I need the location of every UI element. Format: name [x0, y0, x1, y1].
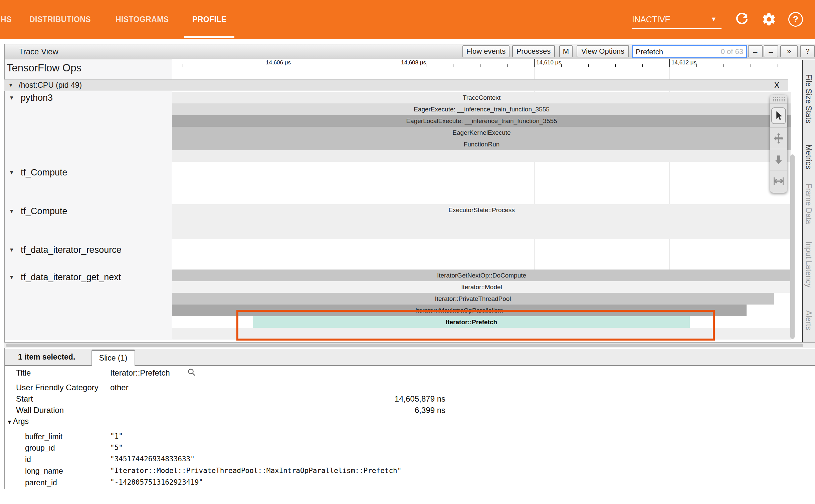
trace-bar[interactable]: Iterator::PrivateThreadPool — [172, 293, 774, 305]
ruler-minor-tick — [291, 64, 291, 67]
m-button[interactable]: M — [559, 45, 573, 57]
collapse-triangle-icon[interactable]: ▾ — [10, 167, 13, 178]
field-label: Wall Duration — [16, 406, 64, 415]
ruler-minor-tick — [345, 64, 345, 67]
timing-span-tool[interactable] — [770, 170, 787, 191]
trace-bar[interactable]: TraceContext — [172, 92, 791, 103]
ruler-major-tick — [264, 59, 264, 67]
sidebar-title: TensorFlow Ops — [7, 62, 81, 74]
trace-bar[interactable]: IteratorGetNextOp::DoCompute — [172, 270, 791, 281]
help-icon[interactable]: ? — [788, 12, 803, 27]
select-tool-icon — [773, 110, 784, 121]
find-next-button[interactable]: → — [764, 45, 778, 57]
zoom-vertical-tool[interactable] — [770, 149, 787, 170]
magnifier-icon[interactable] — [187, 368, 196, 377]
track-name: tf_data_iterator_get_next — [21, 272, 121, 283]
trace-bar[interactable]: EagerKernelExecute — [172, 127, 791, 138]
tab-slice[interactable]: Slice (1) — [91, 350, 135, 366]
args-section-header[interactable]: ▼Args — [7, 417, 29, 426]
side-tab-metrics[interactable]: Metrics — [804, 144, 813, 169]
expand-triangle-icon: ▼ — [7, 419, 12, 425]
ruler-minor-tick — [642, 64, 643, 67]
search-input[interactable] — [635, 47, 713, 57]
drag-dots-icon — [772, 97, 785, 102]
selection-highlight-box — [236, 310, 715, 341]
ruler-minor-tick — [318, 64, 318, 67]
tab-distributions[interactable]: DISTRIBUTIONS — [29, 0, 91, 39]
collapse-triangle-icon[interactable]: ▾ — [9, 80, 12, 91]
select-tool[interactable] — [770, 103, 787, 127]
dropdown-underline — [632, 28, 722, 29]
trace-bar[interactable]: Iterator::Model — [172, 281, 791, 293]
timing-span-tool-icon — [773, 175, 784, 187]
collapse-triangle-icon[interactable]: ▾ — [10, 272, 13, 283]
trace-bar[interactable]: FunctionRun — [172, 138, 791, 150]
zoom-vertical-tool-icon — [773, 154, 784, 165]
ruler-minor-tick — [372, 64, 372, 67]
arg-key-long_name: long_name — [25, 467, 63, 476]
app-toolbar: HSDISTRIBUTIONSHISTOGRAMSPROFILE INACTIV… — [0, 0, 815, 39]
tab-histograms[interactable]: HISTOGRAMS — [116, 0, 169, 39]
side-tab-alerts: Alerts — [804, 311, 813, 330]
field-value: other — [110, 383, 129, 392]
tab-hs[interactable]: HS — [1, 0, 12, 39]
find-box[interactable]: 0 of 63 — [632, 45, 747, 58]
close-icon[interactable]: X — [774, 80, 780, 91]
refresh-icon[interactable] — [735, 12, 749, 27]
sidebar-track-tf_Compute[interactable]: ▾tf_Compute — [0, 205, 167, 217]
more-tools-button[interactable]: » — [780, 45, 798, 57]
sidebar-track-python3[interactable]: ▾python3 — [0, 92, 167, 103]
trace-bar[interactable]: EagerExecute: __inference_train_function… — [172, 103, 791, 115]
flow-events-button[interactable]: Flow events — [462, 45, 510, 57]
vertical-scrollbar[interactable] — [790, 154, 795, 339]
trace-bar-blank[interactable] — [172, 216, 791, 239]
arg-value: "1" — [110, 432, 123, 440]
arg-key-parent_id: parent_id — [25, 478, 57, 487]
magnifier-icon[interactable] — [187, 368, 196, 378]
drag-handle[interactable] — [770, 95, 787, 103]
process-header-row[interactable]: ▾ /host:CPU (pid 49) X — [4, 79, 788, 91]
args-label: Args — [13, 417, 29, 426]
trace-bar[interactable]: EagerLocalExecute: __inference_train_fun… — [172, 115, 791, 127]
horizontal-scrollbar[interactable] — [6, 344, 803, 347]
field-label: Start — [16, 394, 33, 404]
ruler-minor-tick — [588, 64, 589, 67]
find-previous-button[interactable]: ← — [748, 45, 763, 57]
arg-value: "5" — [110, 444, 123, 452]
process-label: /host:CPU (pid 49) — [19, 80, 82, 91]
selection-status: 1 item selected. — [18, 349, 75, 365]
sidebar-track-tf_data_iterator_resource[interactable]: ▾tf_data_iterator_resource — [0, 244, 167, 256]
selected-tool-frame — [771, 107, 786, 124]
sidebar-track-tf_Compute[interactable]: ▾tf_Compute — [0, 167, 167, 178]
ruler-minor-tick — [480, 64, 480, 67]
view-options-button[interactable]: View Options — [577, 45, 629, 57]
run-status-value: INACTIVE — [632, 0, 670, 39]
settings-gear-icon[interactable] — [762, 12, 776, 27]
ruler-tick-label: 14,608 μs — [401, 59, 426, 66]
page-title: Trace View — [19, 44, 58, 59]
pan-tool[interactable] — [770, 127, 787, 149]
side-tab-input-latency: Input Latency — [804, 241, 813, 288]
trace-right-border — [798, 59, 798, 340]
run-status-dropdown[interactable]: INACTIVE ▾ — [632, 0, 722, 39]
collapse-triangle-icon[interactable]: ▾ — [10, 205, 13, 217]
trace-help-button[interactable]: ? — [800, 45, 815, 57]
sidebar-track-tf_data_iterator_get_next[interactable]: ▾tf_data_iterator_get_next — [0, 272, 167, 283]
ruler-tick-label: 14,606 μs — [266, 59, 291, 66]
ruler-minor-tick — [426, 64, 426, 67]
arg-value: "345174426934833633" — [110, 455, 195, 463]
collapse-triangle-icon[interactable]: ▾ — [10, 92, 13, 103]
ruler-tick-label: 14,612 μs — [671, 59, 696, 66]
arg-key-id: id — [25, 455, 31, 464]
trace-bar-blank[interactable] — [172, 150, 791, 162]
ruler-minor-tick — [724, 64, 724, 67]
processes-button[interactable]: Processes — [512, 45, 555, 57]
tool-palette — [770, 95, 787, 193]
ruler-minor-tick — [507, 64, 507, 67]
ruler-minor-tick — [453, 64, 453, 67]
tab-profile[interactable]: PROFILE — [192, 0, 226, 39]
track-name: tf_data_iterator_resource — [21, 244, 122, 256]
collapse-triangle-icon[interactable]: ▾ — [10, 244, 13, 256]
side-tab-file-size-stats[interactable]: File Size Stats — [804, 74, 813, 123]
trace-bar[interactable]: ExecutorState::Process — [172, 204, 791, 216]
